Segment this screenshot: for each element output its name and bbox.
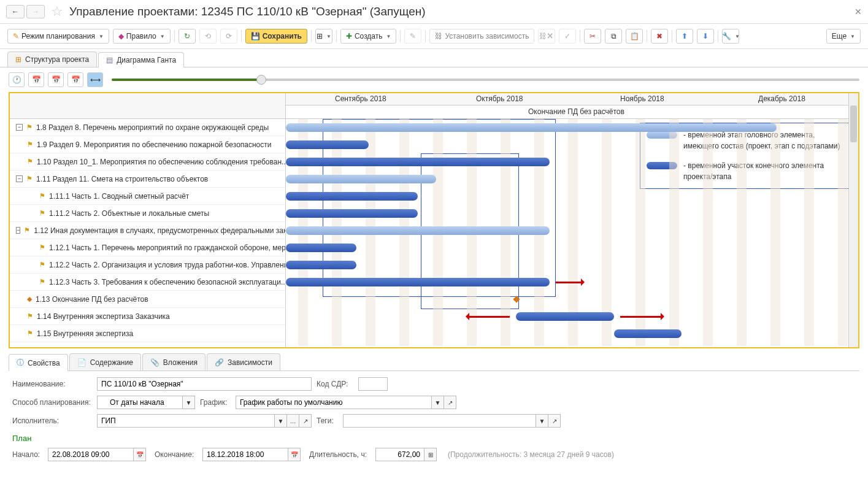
task-row[interactable]: −⚑1.8 Раздел 8. Перечень мероприятий по … [10,119,285,136]
gantt-bar[interactable] [614,329,682,338]
more-button[interactable]: Еще ▼ [826,29,861,44]
back-button[interactable]: ← [6,5,25,18]
end-input[interactable] [202,448,288,461]
favorite-icon[interactable]: ☆ [51,4,63,20]
gantt-bar[interactable] [516,312,614,321]
gantt-bar[interactable] [286,209,418,218]
open-icon[interactable]: ↗ [444,396,456,409]
tab-gantt[interactable]: ▤ Диаграмма Ганта [98,52,184,67]
task-label: 1.9 Раздел 9. Мероприятия по обеспечению… [37,140,271,149]
task-label: 1.8 Раздел 8. Перечень мероприятий по ох… [36,123,269,132]
open-icon[interactable]: ↗ [299,414,312,428]
schedule-input[interactable] [236,396,432,409]
task-label: 1.15 Внутренняя экспертиза [37,329,133,338]
clock-button[interactable]: 🕐 [9,72,25,87]
calendar-icon[interactable]: 📅 [134,448,146,461]
gantt-bar[interactable] [286,192,418,201]
start-input[interactable] [48,448,134,461]
tags-input[interactable] [343,414,536,428]
collapse-icon[interactable]: − [16,124,23,131]
save-button[interactable]: 💾 Сохранить [245,29,307,44]
structure-tab-label: Структура проекта [25,55,89,64]
delete-button[interactable]: ✖ [651,29,668,44]
dropdown-icon[interactable]: ▼ [275,414,287,428]
task-row[interactable]: ⚑1.12.1 Часть 1. Перечень мероприятий по… [10,239,285,256]
planning-mode-label: Режим планирования [21,32,95,40]
tools-button[interactable]: 🔧▼ [722,29,739,44]
code-input[interactable] [358,377,388,391]
task-row[interactable]: ⚑1.12.3 Часть 3. Требования к обеспечени… [10,274,285,291]
set-dependency-button[interactable]: ⛓ Установить зависимость [429,29,534,44]
rule-button[interactable]: ◆ Правило ▼ [113,29,171,44]
planning-mode-button[interactable]: ✎ Режим планирования ▼ [7,29,109,44]
unlink-button[interactable]: ⛓✕ [538,29,555,44]
flag-icon: ⚑ [39,209,45,217]
more-icon[interactable]: … [287,414,299,428]
hierarchy-button[interactable]: ⊞▼ [315,29,332,44]
calendar-icon[interactable]: 📅 [288,448,301,461]
gantt-bar[interactable] [286,278,550,286]
gantt-bar[interactable] [286,158,550,166]
task-row[interactable]: ⚑1.14 Внутренняя экспертиза Заказчика [10,308,285,325]
name-input[interactable] [97,377,312,391]
cal1-button[interactable]: 📅 [28,72,44,87]
tab-structure[interactable]: ⊞ Структура проекта [7,52,97,67]
task-row[interactable]: ⚑1.11.2 Часть 2. Объектные и локальные с… [10,205,285,222]
task-row[interactable]: ⚑1.12.2 Часть 2. Организация и условия т… [10,256,285,274]
duration-input[interactable] [375,448,424,461]
task-row[interactable]: ⚑1.11.1 Часть 1. Сводный сметный расчёт [10,188,285,205]
scrollbar-vertical[interactable] [848,93,858,347]
cut-button[interactable]: ✂ [584,29,601,44]
move-up-button[interactable]: ⬆ [676,29,693,44]
create-button[interactable]: ✚ Создать ▼ [340,29,397,44]
close-icon[interactable]: ✕ [855,7,862,17]
collapse-icon[interactable]: − [16,175,23,182]
cal2-button[interactable]: 📅 [48,72,64,87]
gantt-bar[interactable] [286,226,550,235]
open-icon[interactable]: ↗ [548,414,561,428]
collapse-icon[interactable]: − [16,227,20,234]
task-row[interactable]: ⚑1.15 Внутренняя экспертиза [10,325,285,342]
paste-button[interactable]: 📋 [626,29,643,44]
forward-button[interactable]: → [26,5,45,18]
executor-input[interactable] [97,414,275,428]
task-row[interactable]: ◆1.13 Окончание ПД без расчётов [10,291,285,308]
calc-icon[interactable]: ⊞ [424,448,437,461]
code-label: Код СДР: [317,380,353,388]
end-label: Окончание: [155,450,198,459]
task-row[interactable]: −⚑1.11 Раздел 11. Смета на строительство… [10,171,285,188]
gantt-bar[interactable] [286,123,777,132]
copy-button[interactable]: ⧉ [605,29,622,44]
tab-attachments[interactable]: 📎 Вложения [142,353,205,371]
flag-icon: ⚑ [39,261,45,269]
task-row[interactable]: ⚑1.9 Раздел 9. Мероприятия по обеспечени… [10,136,285,153]
move-down-button[interactable]: ⬇ [697,29,714,44]
milestone-marker[interactable] [513,296,520,302]
dropdown-icon[interactable]: ▼ [536,414,548,428]
info-icon: ⓘ [17,358,24,368]
tab-properties[interactable]: ⓘ Свойства [9,354,68,371]
cal3-button[interactable]: 📅 [67,72,83,87]
edit-button[interactable]: ✎ [404,29,421,44]
dropdown-icon[interactable]: ▼ [183,396,195,409]
check-button[interactable]: ✓ [559,29,576,44]
fit-button[interactable]: ⟷ [87,72,103,87]
gantt-bar[interactable] [286,140,369,149]
save-label: Сохранить [263,32,302,40]
undo-button[interactable]: ⟲ [199,29,217,44]
gantt-bar[interactable] [286,175,436,183]
gantt-timeline[interactable]: Сентябрь 2018Октябрь 2018Ноябрь 2018Дека… [286,93,858,347]
refresh-button[interactable]: ↻ [179,29,196,44]
link-icon: ⛓ [435,32,442,40]
task-row[interactable]: −⚑1.12 Иная документация в случаях, пред… [10,222,285,239]
gantt-bar[interactable] [286,244,356,252]
tab-content[interactable]: 📄 Содержание [69,353,141,371]
gantt-bar[interactable] [286,261,356,269]
dropdown-icon[interactable]: ▼ [432,396,444,409]
zoom-slider[interactable] [112,79,859,81]
content-tab-label: Содержание [90,358,133,367]
plan-method-input[interactable] [97,396,183,409]
tab-dependencies[interactable]: 🔗 Зависимости [207,353,280,371]
task-row[interactable]: ⚑1.10 Раздел 10_1. Мероприятия по обеспе… [10,153,285,171]
redo-button[interactable]: ⟳ [220,29,237,44]
